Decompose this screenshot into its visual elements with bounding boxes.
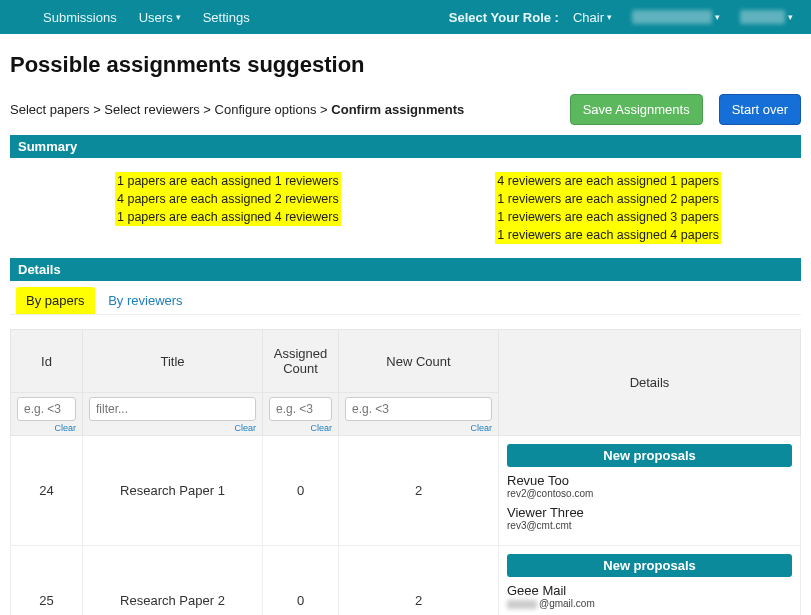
reviewer-email: rev2@contoso.com <box>507 488 792 499</box>
chevron-down-icon: ▾ <box>788 12 793 22</box>
conference-select[interactable]: ▾ <box>626 6 726 28</box>
summary-line: 1 reviewers are each assigned 2 papers <box>495 190 721 208</box>
page-title: Possible assignments suggestion <box>10 52 801 78</box>
col-header-details: Details <box>499 330 801 436</box>
cell-new-count: 2 <box>339 546 499 616</box>
cell-title: Research Paper 1 <box>83 436 263 546</box>
summary-header: Summary <box>10 135 801 158</box>
tab-by-papers[interactable]: By papers <box>16 287 95 314</box>
nav-settings[interactable]: Settings <box>197 6 256 29</box>
col-header-title[interactable]: Title <box>83 330 263 393</box>
role-label: Select Your Role : <box>449 10 559 25</box>
summary-line: 1 reviewers are each assigned 4 papers <box>495 226 721 244</box>
clear-id-filter[interactable]: Clear <box>17 423 76 433</box>
role-select[interactable]: Chair▾ <box>567 6 618 29</box>
start-over-button[interactable]: Start over <box>719 94 801 125</box>
papers-table: Id Title Assigned Count New Count Detail… <box>10 329 801 615</box>
cell-new-count: 2 <box>339 436 499 546</box>
chevron-down-icon: ▾ <box>715 12 720 22</box>
cell-details: New proposalsGeee Mail@gmail.comAuthor T… <box>499 546 801 616</box>
clear-assigned-filter[interactable]: Clear <box>269 423 332 433</box>
table-row: 25Research Paper 202New proposalsGeee Ma… <box>11 546 801 616</box>
crumb-select-papers[interactable]: Select papers <box>10 102 90 117</box>
new-proposals-header: New proposals <box>507 554 792 577</box>
filter-title-input[interactable] <box>89 397 256 421</box>
save-assignments-button[interactable]: Save Assignments <box>570 94 703 125</box>
cell-assigned-count: 0 <box>263 436 339 546</box>
reviewer-email: rev3@cmt.cmt <box>507 520 792 531</box>
cell-details: New proposalsRevue Toorev2@contoso.comVi… <box>499 436 801 546</box>
chevron-down-icon: ▾ <box>176 12 181 22</box>
details-header: Details <box>10 258 801 281</box>
clear-title-filter[interactable]: Clear <box>89 423 256 433</box>
filter-assigned-input[interactable] <box>269 397 332 421</box>
clear-new-filter[interactable]: Clear <box>345 423 492 433</box>
col-header-new-count[interactable]: New Count <box>339 330 499 393</box>
reviewer-name: Geee Mail <box>507 583 792 598</box>
summary-line: 1 papers are each assigned 1 reviewers <box>115 172 341 190</box>
col-header-id[interactable]: Id <box>11 330 83 393</box>
summary-reviewers: 4 reviewers are each assigned 1 papers1 … <box>495 172 721 244</box>
reviewer-email: @gmail.com <box>507 598 792 609</box>
summary-line: 4 reviewers are each assigned 1 papers <box>495 172 721 190</box>
cell-id: 25 <box>11 546 83 616</box>
user-menu[interactable]: ▾ <box>734 6 799 28</box>
summary-body: 1 papers are each assigned 1 reviewers4 … <box>10 158 801 258</box>
crumb-configure-options[interactable]: Configure options <box>215 102 317 117</box>
table-row: 24Research Paper 102New proposalsRevue T… <box>11 436 801 546</box>
col-header-assigned-count[interactable]: Assigned Count <box>263 330 339 393</box>
summary-line: 4 papers are each assigned 2 reviewers <box>115 190 341 208</box>
reviewer-item: Viewer Threerev3@cmt.cmt <box>507 505 792 531</box>
cell-title: Research Paper 2 <box>83 546 263 616</box>
summary-line: 1 papers are each assigned 4 reviewers <box>115 208 341 226</box>
summary-papers: 1 papers are each assigned 1 reviewers4 … <box>115 172 341 244</box>
tab-by-reviewers[interactable]: By reviewers <box>98 287 192 314</box>
filter-id-input[interactable] <box>17 397 76 421</box>
reviewer-item: Geee Mail@gmail.com <box>507 583 792 609</box>
nav-users[interactable]: Users▾ <box>133 6 187 29</box>
new-proposals-header: New proposals <box>507 444 792 467</box>
filter-new-input[interactable] <box>345 397 492 421</box>
tabs: By papers By reviewers <box>10 281 801 315</box>
crumb-select-reviewers[interactable]: Select reviewers <box>104 102 199 117</box>
top-nav: Submissions Users▾ Settings Select Your … <box>0 0 811 34</box>
summary-line: 1 reviewers are each assigned 3 papers <box>495 208 721 226</box>
cell-assigned-count: 0 <box>263 546 339 616</box>
crumb-confirm-assignments: Confirm assignments <box>331 102 464 117</box>
breadcrumb: Select papers > Select reviewers > Confi… <box>10 102 464 117</box>
cell-id: 24 <box>11 436 83 546</box>
chevron-down-icon: ▾ <box>607 12 612 22</box>
reviewer-item: Revue Toorev2@contoso.com <box>507 473 792 499</box>
reviewer-name: Revue Too <box>507 473 792 488</box>
reviewer-name: Viewer Three <box>507 505 792 520</box>
nav-submissions[interactable]: Submissions <box>37 6 123 29</box>
